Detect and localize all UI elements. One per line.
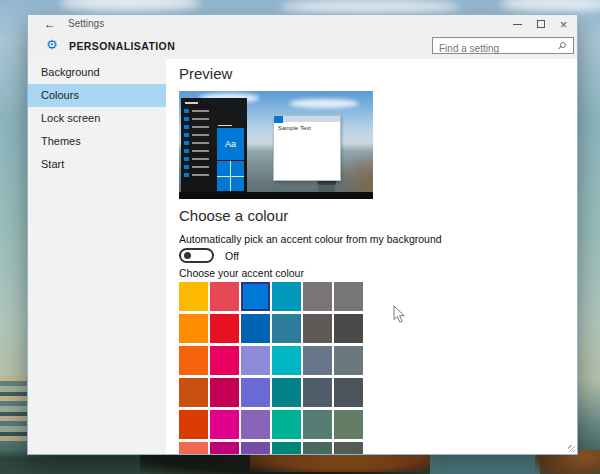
accent-swatch-6b69d6[interactable]	[241, 378, 270, 407]
search-box[interactable]	[432, 37, 574, 54]
accent-swatch-00b294[interactable]	[272, 410, 301, 439]
auto-accent-toggle[interactable]	[179, 248, 214, 263]
preview-start-menu-row	[184, 165, 214, 169]
preview-menu-square	[184, 173, 189, 177]
accent-swatch-486860[interactable]	[303, 442, 332, 455]
accent-swatch-da3b01[interactable]	[179, 410, 208, 439]
preview-menu-line	[192, 134, 209, 136]
preview-accent-tile: Aa	[217, 128, 244, 160]
preview-tile	[217, 177, 230, 192]
wallpaper-water	[430, 452, 540, 474]
mouse-cursor	[393, 305, 406, 324]
preview-menu-line	[192, 166, 209, 168]
accent-swatch-ffb900[interactable]	[179, 282, 208, 311]
accent-swatch-0099bc[interactable]	[272, 282, 301, 311]
preview-start-menu-row	[184, 173, 214, 177]
accent-swatch-018574[interactable]	[272, 442, 301, 455]
sidebar-item-start[interactable]: Start	[28, 153, 166, 176]
settings-sidebar: BackgroundColoursLock screenThemesStart	[28, 59, 166, 455]
wallpaper-cloud	[280, 0, 460, 14]
preview-sample-accent-square	[274, 116, 283, 123]
accent-swatch-69797e[interactable]	[334, 346, 363, 375]
preview-start-menu-title-line	[185, 102, 198, 104]
accent-swatch-0063b1[interactable]	[241, 314, 270, 343]
accent-swatch-8e8cd8[interactable]	[241, 346, 270, 375]
page-header: ⚙ PERSONALISATION	[28, 33, 577, 59]
preview-menu-square	[184, 109, 189, 113]
preview-taskbar	[179, 192, 373, 199]
accent-swatch-4c4a48[interactable]	[334, 314, 363, 343]
preview-start-menu-row	[184, 133, 214, 137]
preview-menu-square	[184, 125, 189, 129]
maximize-button[interactable]	[529, 16, 552, 32]
toggle-knob	[184, 252, 191, 259]
accent-swatch-68768a[interactable]	[303, 346, 332, 375]
preview-start-menu-row	[184, 149, 214, 153]
preview-menu-square	[184, 165, 189, 169]
desktop-wallpaper: ← Settings × ⚙ PERSONALISATION Backgroun…	[0, 0, 600, 474]
resize-grip-icon[interactable]	[568, 445, 575, 452]
preview-start-menu-row	[184, 157, 214, 161]
choose-colour-heading: Choose a colour	[179, 207, 288, 224]
preview-start-tiles: Aa	[217, 125, 244, 192]
wallpaper-cloud	[500, 0, 600, 12]
accent-swatch-e81123[interactable]	[210, 314, 239, 343]
preview-menu-square	[184, 133, 189, 137]
window-title: Settings	[68, 18, 104, 29]
accent-swatch-e3008c[interactable]	[210, 410, 239, 439]
accent-swatch-8764b8[interactable]	[241, 410, 270, 439]
accent-swatch-ef6950[interactable]	[179, 442, 208, 455]
accent-swatch-4a5459[interactable]	[334, 378, 363, 407]
wallpaper-rocks	[250, 452, 440, 472]
accent-swatch-f7630c[interactable]	[179, 346, 208, 375]
preview-menu-square	[184, 149, 189, 153]
accent-swatch-ff8c00[interactable]	[179, 314, 208, 343]
accent-swatch-7a7574[interactable]	[303, 282, 332, 311]
close-icon: ×	[560, 18, 568, 31]
accent-swatch-bf0077[interactable]	[210, 442, 239, 455]
accent-swatch-0078d7[interactable]	[241, 282, 270, 311]
preview-start-menu-row	[184, 125, 214, 129]
preview-start-menu-list	[184, 102, 214, 181]
accent-swatch-038387[interactable]	[272, 378, 301, 407]
preview-menu-line	[192, 126, 209, 128]
sidebar-item-background[interactable]: Background	[28, 61, 166, 84]
sidebar-item-colours[interactable]: Colours	[28, 84, 166, 107]
accent-swatch-744da9[interactable]	[241, 442, 270, 455]
page-title: PERSONALISATION	[69, 40, 175, 52]
accent-swatch-e74856[interactable]	[210, 282, 239, 311]
accent-swatch-c30052[interactable]	[210, 378, 239, 407]
preview-menu-line	[192, 118, 209, 120]
accent-swatch-00b7c3[interactable]	[272, 346, 301, 375]
accent-swatch-767676[interactable]	[334, 282, 363, 311]
accent-swatch-ea005e[interactable]	[210, 346, 239, 375]
theme-preview-image: Aa Sample Tex	[179, 91, 373, 199]
titlebar[interactable]: ← Settings ×	[28, 15, 577, 33]
preview-tile	[217, 161, 230, 176]
accent-swatch-ca5010[interactable]	[179, 378, 208, 407]
preview-menu-line	[192, 110, 209, 112]
preview-menu-line	[192, 142, 209, 144]
accent-swatch-2d7d9a[interactable]	[272, 314, 301, 343]
search-icon[interactable]	[558, 41, 568, 51]
preview-start-menu-row	[184, 141, 214, 145]
accent-swatch-515c6b[interactable]	[303, 378, 332, 407]
close-button[interactable]: ×	[552, 16, 575, 32]
search-input[interactable]	[433, 41, 573, 56]
auto-accent-toggle-row: Off	[179, 248, 239, 263]
preview-sample-titlebar	[274, 116, 340, 122]
preview-tile-grid	[217, 161, 244, 191]
sidebar-item-themes[interactable]: Themes	[28, 130, 166, 153]
accent-swatch-525e54[interactable]	[334, 442, 363, 455]
preview-cloud	[289, 99, 359, 108]
accent-swatch-647c64[interactable]	[334, 410, 363, 439]
accent-colour-grid	[179, 282, 363, 455]
accent-swatch-5d5a58[interactable]	[303, 314, 332, 343]
sidebar-item-lock-screen[interactable]: Lock screen	[28, 107, 166, 130]
preview-menu-line	[192, 174, 209, 176]
preview-menu-square	[184, 157, 189, 161]
accent-swatch-567c73[interactable]	[303, 410, 332, 439]
back-icon[interactable]: ←	[44, 16, 56, 32]
minimize-button[interactable]	[506, 16, 529, 32]
preview-tile	[231, 161, 244, 176]
